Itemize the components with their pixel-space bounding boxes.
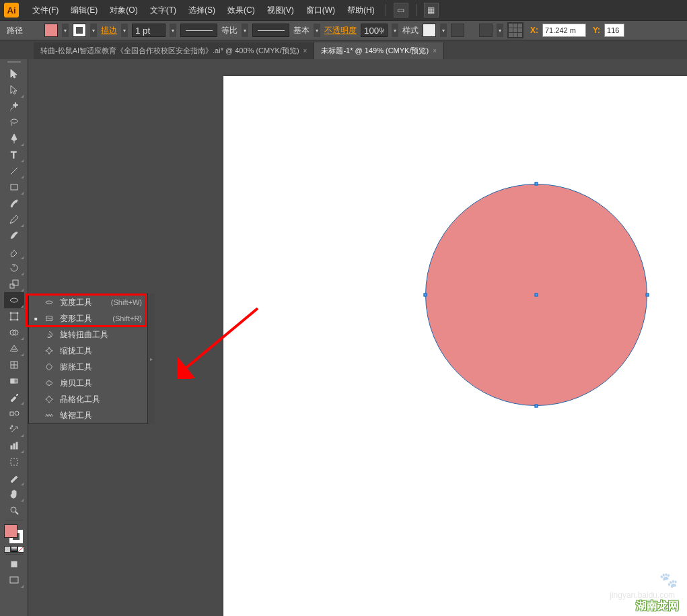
anchor-right[interactable] [646,294,649,297]
perspective-grid-tool[interactable] [4,341,24,357]
align-dropdown-icon[interactable]: ▾ [497,24,503,37]
stroke-panel-icon[interactable]: ▾ [121,24,128,37]
mesh-tool[interactable] [4,357,24,373]
profile-dropdown-icon[interactable]: ▾ [242,24,248,37]
scale-tool[interactable] [4,276,24,292]
zoom-tool[interactable] [4,502,24,518]
menu-help[interactable]: 帮助(H) [342,2,380,19]
flyout-item-width[interactable]: 宽度工具 (Shift+W) [29,294,147,310]
pen-tool[interactable] [4,131,24,147]
opacity-label[interactable]: 不透明度 [324,25,357,36]
rectangle-tool[interactable] [4,179,24,195]
svg-line-2 [11,168,17,174]
direct-selection-tool[interactable] [4,82,24,98]
flyout-item-bloat[interactable]: 膨胀工具 [29,359,147,375]
eraser-tool[interactable] [4,244,24,260]
anchor-center[interactable] [535,294,538,297]
panel-handle[interactable] [0,59,28,65]
transform-reference-grid[interactable] [507,22,523,38]
blend-tool[interactable] [4,405,24,421]
recolor-icon[interactable] [451,24,464,37]
menu-edit[interactable]: 编辑(E) [65,2,103,19]
x-label: X: [530,26,538,35]
column-graph-tool[interactable] [4,438,24,454]
paintbrush-tool[interactable] [4,195,24,211]
type-tool[interactable]: T [4,147,24,163]
pencil-tool[interactable] [4,211,24,228]
fill-indicator[interactable] [4,524,17,538]
svg-point-10 [17,319,18,320]
variable-width-profile[interactable] [180,24,217,37]
magic-wand-tool[interactable] [4,98,24,114]
fill-swatch[interactable] [44,24,58,37]
flyout-item-twirl[interactable]: 旋转扭曲工具 [29,327,147,343]
stroke-weight-stepper[interactable]: ▾ [170,24,176,37]
document-tab-1[interactable]: 转曲-松鼠AI智适应教育《全国合作校校区安全指南》.ai* @ 400% (CM… [34,42,314,59]
stroke-dropdown-icon[interactable]: ▾ [90,24,97,37]
eyedropper-tool[interactable] [4,389,24,405]
artboard-tool[interactable] [4,454,24,470]
anchor-bottom[interactable] [535,405,538,408]
screen-mode[interactable] [4,572,24,588]
selected-ellipse[interactable] [425,184,647,406]
rotate-tool[interactable] [4,260,24,276]
menu-window[interactable]: 窗口(W) [301,2,340,19]
brush-definition[interactable] [252,24,289,37]
fill-stroke-indicator[interactable] [4,524,24,545]
align-icon[interactable] [479,24,493,37]
stroke-weight-input[interactable] [132,24,166,37]
opacity-input[interactable] [361,24,388,37]
arrange-icon[interactable]: ▦ [424,3,439,18]
document-tab-2[interactable]: 未标题-1* @ 149% (CMYK/预览) × [314,42,444,59]
anchor-left[interactable] [424,294,427,297]
fill-dropdown-icon[interactable]: ▾ [62,24,69,37]
menu-file[interactable]: 文件(F) [27,2,64,19]
flyout-label: 晶格化工具 [60,394,142,405]
menu-select[interactable]: 选择(S) [183,2,221,19]
selection-tool[interactable] [4,66,24,82]
hand-tool[interactable] [4,486,24,502]
svg-line-27 [15,512,18,514]
crystallize-icon [44,394,55,405]
draw-mode-normal[interactable] [4,556,24,572]
svg-point-8 [17,312,18,314]
brush-dropdown-icon[interactable]: ▾ [314,24,320,37]
symbol-sprayer-tool[interactable] [4,421,24,438]
graphic-style-swatch[interactable] [423,24,436,37]
flyout-item-crystallize[interactable]: 晶格化工具 [29,391,147,407]
app-logo-icon: Ai [4,3,19,18]
lasso-tool[interactable] [4,114,24,131]
flyout-tearoff-handle[interactable] [148,294,155,424]
style-dropdown-icon[interactable]: ▾ [440,24,447,37]
line-segment-tool[interactable] [4,163,24,179]
color-mode-swatches[interactable] [4,546,24,553]
menu-type[interactable]: 文字(T) [145,2,182,19]
width-tool[interactable] [4,292,24,308]
canvas-area[interactable]: 宽度工具 (Shift+W) ■ 变形工具 (Shift+R) 旋转扭曲工具 [28,59,687,616]
free-transform-tool[interactable] [4,308,24,324]
gradient-tool[interactable] [4,373,24,389]
blob-brush-tool[interactable] [4,228,24,244]
stroke-label[interactable]: 描边 [101,25,117,36]
menu-view[interactable]: 视图(V) [262,2,299,19]
flyout-item-warp[interactable]: ■ 变形工具 (Shift+R) [29,310,147,327]
anchor-top[interactable] [535,182,538,186]
close-icon[interactable]: × [303,47,308,55]
close-icon[interactable]: × [433,47,437,55]
svg-rect-17 [11,379,14,383]
flyout-label: 宽度工具 [60,297,106,308]
x-input[interactable] [542,24,586,37]
flyout-shortcut: (Shift+W) [111,298,142,306]
flyout-item-wrinkle[interactable]: 皱褶工具 [29,407,147,423]
doc-layout-icon[interactable]: ▭ [394,3,408,18]
stroke-swatch[interactable] [73,24,86,37]
opacity-dropdown-icon[interactable]: ▾ [392,24,398,37]
shape-builder-tool[interactable] [4,324,24,341]
menu-effect[interactable]: 效果(C) [222,2,260,19]
slice-tool[interactable] [4,470,24,486]
flyout-item-pucker[interactable]: 缩拢工具 [29,343,147,359]
flyout-item-scallop[interactable]: 扇贝工具 [29,375,147,391]
menu-object[interactable]: 对象(O) [104,2,143,19]
y-input[interactable] [604,24,624,37]
svg-rect-25 [11,458,17,465]
